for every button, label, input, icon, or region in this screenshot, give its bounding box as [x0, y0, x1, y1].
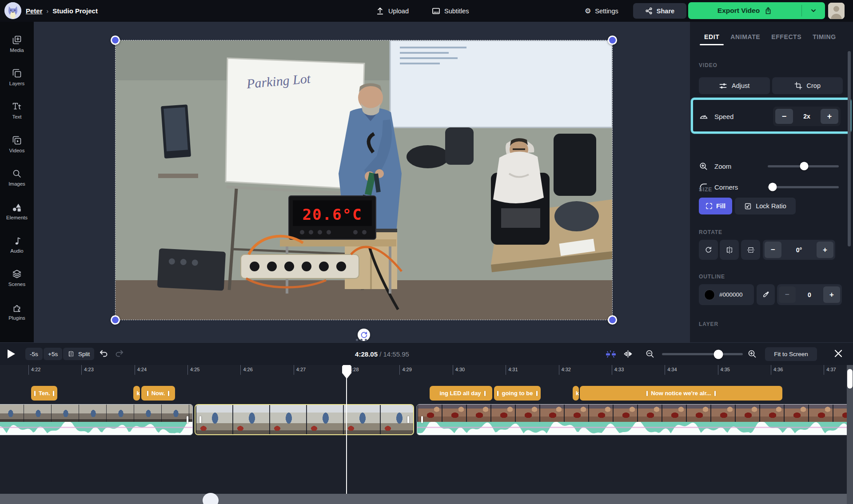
- time-separator: /: [378, 350, 383, 358]
- split-button[interactable]: Split: [63, 348, 94, 360]
- speed-increase-button[interactable]: +: [821, 109, 838, 124]
- tab-effects[interactable]: EFFECTS: [771, 33, 801, 45]
- subtitle-clip[interactable]: ka: [133, 386, 140, 401]
- clip-trim-handle-left[interactable]: [421, 416, 423, 423]
- crop-button[interactable]: Crop: [772, 77, 843, 94]
- zoom-in-icon: [699, 162, 709, 171]
- subtitle-clip[interactable]: ing LED all day: [430, 386, 492, 401]
- video-preview[interactable]: Parking Lot: [116, 40, 612, 320]
- subtitle-clip[interactable]: Now notice we're alr...: [580, 386, 782, 401]
- tab-animate[interactable]: ANIMATE: [730, 33, 760, 45]
- undo-button[interactable]: [99, 348, 108, 358]
- rotate-90-button[interactable]: [699, 240, 718, 260]
- zoom-slider[interactable]: [768, 165, 839, 167]
- timeline-zoom-slider[interactable]: [662, 353, 743, 355]
- back-5s-button[interactable]: -5s: [25, 348, 43, 360]
- subtitles-button[interactable]: Subtitles: [432, 0, 469, 22]
- timeline-resize-handle[interactable]: [356, 339, 367, 341]
- split-label: Split: [78, 351, 90, 357]
- timeline-zoom-in-button[interactable]: [747, 349, 757, 359]
- timeline-zoom-slider-thumb[interactable]: [714, 349, 723, 359]
- split-view-icon-button[interactable]: [623, 349, 633, 359]
- subtitle-clip[interactable]: Now.: [141, 386, 175, 401]
- flip-vertical-button[interactable]: [741, 240, 760, 260]
- subtitle-trim-handle-right[interactable]: [168, 391, 169, 396]
- rotate-decrease-button[interactable]: −: [765, 242, 781, 258]
- sidebar-item-videos[interactable]: Videos: [0, 127, 34, 161]
- subtitle-trim-handle-right[interactable]: [714, 391, 716, 396]
- share-button[interactable]: Share: [633, 3, 686, 19]
- settings-label: Settings: [595, 8, 618, 15]
- video-clip-selected[interactable]: [195, 404, 414, 435]
- section-layer-label: LAYER: [699, 321, 718, 327]
- resize-handle-bottom-right[interactable]: [608, 315, 617, 325]
- playhead-line[interactable]: [346, 375, 347, 494]
- flip-horizontal-button[interactable]: [720, 240, 739, 260]
- upload-button[interactable]: Upload: [376, 0, 409, 22]
- redo-button[interactable]: [115, 348, 124, 358]
- breadcrumb-user-link[interactable]: Peter: [26, 7, 43, 15]
- clip-trim-handle-right[interactable]: [187, 416, 188, 423]
- forward-5s-button[interactable]: +5s: [44, 348, 62, 360]
- resize-handle-top-left[interactable]: [111, 36, 120, 45]
- clip-thumbnails: [195, 405, 413, 434]
- subtitle-trim-handle-right[interactable]: [536, 391, 538, 396]
- timeline-vertical-scrollbar-thumb[interactable]: [847, 369, 853, 389]
- subtitle-trim-handle-right[interactable]: [484, 391, 486, 396]
- ruler-tick: [612, 365, 612, 375]
- outline-width-increase-button[interactable]: +: [823, 286, 840, 303]
- settings-button[interactable]: ⚙ Settings: [585, 0, 618, 22]
- ruler-tick: [559, 365, 559, 375]
- sidebar-item-elements[interactable]: Elements: [0, 194, 34, 228]
- subtitle-clip[interactable]: going to be: [494, 386, 541, 401]
- snap-toggle[interactable]: [605, 349, 617, 358]
- play-button[interactable]: [8, 349, 15, 358]
- video-clip[interactable]: [417, 404, 853, 435]
- sidebar-item-layers[interactable]: Layers: [0, 60, 34, 94]
- adjust-button[interactable]: Adjust: [699, 77, 770, 94]
- panel-scrollbar[interactable]: [848, 51, 851, 246]
- sidebar-item-plugins[interactable]: Plugins: [0, 295, 34, 328]
- clip-trim-handle-right[interactable]: [407, 416, 409, 423]
- sidebar-item-media[interactable]: Media: [0, 27, 34, 60]
- close-timeline-button[interactable]: [833, 349, 843, 358]
- share-icon: [645, 7, 653, 15]
- subtitle-clip[interactable]: Ten.: [31, 386, 57, 401]
- user-avatar[interactable]: [828, 3, 845, 19]
- ruler-tick: [453, 365, 453, 375]
- video-clip[interactable]: [0, 404, 193, 435]
- lock-ratio-button[interactable]: Lock Ratio: [735, 198, 796, 214]
- kapwing-logo-icon[interactable]: [4, 2, 21, 19]
- fit-to-screen-button[interactable]: Fit to Screen: [765, 347, 817, 361]
- corners-slider[interactable]: [768, 186, 839, 188]
- export-video-button[interactable]: Export Video: [688, 2, 825, 19]
- timeline-zoom-out-button[interactable]: [645, 349, 655, 359]
- tab-edit[interactable]: EDIT: [704, 33, 719, 45]
- fill-label: Fill: [716, 202, 725, 210]
- outline-color-button[interactable]: #000000: [699, 284, 754, 305]
- subtitle-trim-handle-right[interactable]: [53, 391, 54, 396]
- sidebar-item-scenes[interactable]: Scenes: [0, 262, 34, 295]
- outline-width-decrease-button[interactable]: −: [779, 286, 796, 303]
- resize-handle-bottom-left[interactable]: [111, 315, 120, 325]
- speed-decrease-button[interactable]: −: [775, 109, 793, 124]
- ruler-tick: [824, 365, 824, 375]
- export-options-dropdown[interactable]: [802, 2, 825, 19]
- ruler-tick-label: 4:22: [31, 367, 40, 372]
- export-icon: [764, 7, 772, 15]
- rotate-increase-button[interactable]: +: [817, 242, 833, 258]
- eyedropper-button[interactable]: [757, 284, 775, 305]
- fill-button[interactable]: Fill: [699, 198, 732, 214]
- sidebar-item-text[interactable]: Text: [0, 94, 34, 127]
- playhead-marker[interactable]: [342, 365, 351, 379]
- sidebar-item-audio[interactable]: Audio: [0, 228, 34, 261]
- clip-trim-handle-left[interactable]: [199, 416, 201, 423]
- tab-timing[interactable]: TIMING: [813, 33, 836, 45]
- sidebar-item-images[interactable]: Images: [0, 161, 34, 194]
- zoom-slider-thumb[interactable]: [800, 162, 808, 171]
- corners-slider-thumb[interactable]: [769, 183, 777, 191]
- share-label: Share: [657, 8, 674, 15]
- resize-handle-top-right[interactable]: [608, 36, 617, 45]
- subtitle-clip[interactable]: ka: [573, 386, 579, 401]
- timeline-horizontal-scrollbar[interactable]: [0, 494, 847, 504]
